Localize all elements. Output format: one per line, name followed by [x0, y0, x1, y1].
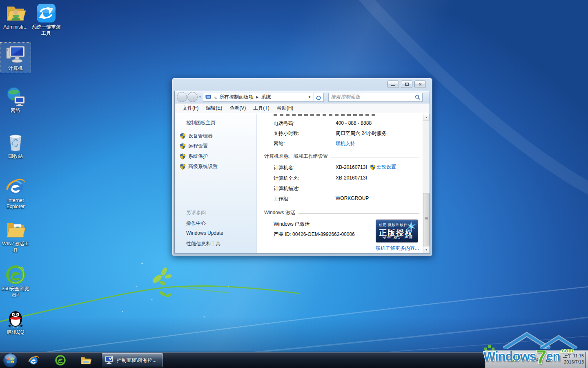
taskbar-clock[interactable]: 上午 11:15 2016/7/13 [563, 353, 584, 365]
uac-shield-icon [180, 153, 185, 159]
learn-more-online-link[interactable]: 联机了解更多内容... [376, 245, 419, 252]
sidebar-system-protection[interactable]: 系统保护 [180, 153, 208, 160]
roof-logo-icon [501, 330, 579, 349]
tray-key-icon[interactable]: ⚿ [525, 357, 528, 362]
genuine-star-icon [405, 221, 417, 232]
back-button[interactable]: ← [177, 92, 187, 102]
sidebar-windows-update[interactable]: Windows Update [186, 230, 223, 236]
system-control-panel-window: ✕ ← → ▼ « 所有控制面板项 ▶ 系统 [172, 78, 432, 256]
sidebar-performance-tools[interactable]: 性能信息和工具 [186, 240, 220, 247]
start-button[interactable] [1, 352, 20, 368]
pixel-decoration [488, 345, 491, 348]
swap-arrows-app-icon [36, 2, 57, 24]
refresh-button[interactable] [314, 93, 324, 102]
computer-name-section-header: 计算机名称、域和工作组设置 [264, 153, 419, 160]
full-name-label: 计算机全名: [274, 175, 299, 182]
full-name-value: XB-20160713I [336, 175, 367, 181]
desktop-icon-internet-explorer[interactable]: Internet Explorer [0, 176, 31, 210]
sidebar-device-manager[interactable]: 设备管理器 [180, 132, 213, 139]
desktop-icon-label: WIN7激活工具 [0, 241, 31, 253]
desktop-icon-reinstall-tool[interactable]: 系统一键重装工具 [31, 2, 61, 36]
address-bar[interactable]: « 所有控制面板项 ▶ 系统 ▼ [203, 93, 314, 102]
360-browser-icon [54, 354, 67, 366]
taskbar-control-panel-task[interactable]: 控制面板\所有控... [101, 353, 163, 368]
scroll-down-button[interactable]: ▼ [423, 246, 430, 253]
menu-view[interactable]: 查看(V) [227, 103, 249, 113]
clock-date: 2016/7/13 [563, 359, 584, 365]
pixel-decoration [484, 348, 487, 350]
crumb-overflow-icon[interactable]: « [214, 95, 217, 100]
sidebar-task-label: 设备管理器 [188, 132, 213, 139]
desktop-icon-win7-activator[interactable]: WIN7激活工具 [0, 219, 31, 253]
computer-icon [5, 44, 26, 65]
desktop-icon-label: Internet Explorer [0, 197, 31, 210]
vertical-scrollbar[interactable]: ▲ ▼ [423, 114, 430, 253]
sidebar-advanced-system-settings[interactable]: 高级系统设置 [180, 163, 218, 170]
sidebar-action-center[interactable]: 操作中心 [186, 220, 206, 227]
desktop-icon-recycle-bin[interactable]: 回收站 [0, 132, 31, 159]
taskbar-windows-explorer[interactable] [77, 352, 95, 368]
scrollbar-thumb[interactable] [423, 193, 430, 246]
sidebar-control-panel-home[interactable]: 控制面板主页 [186, 119, 216, 126]
description-label: 计算机描述: [274, 185, 299, 192]
desktop-icon-administrator[interactable]: Administr... [0, 2, 31, 30]
menu-file[interactable]: 文件(F) [180, 103, 201, 113]
desktop-icon-network[interactable]: 网络 [0, 86, 31, 114]
internet-explorer-icon [27, 354, 40, 366]
sidebar: 控制面板主页 设备管理器 [175, 114, 257, 253]
maximize-button[interactable] [401, 81, 412, 88]
taskbar: 控制面板\所有控... ▲ ✓ ⚿ ◍ ▟ 上午 11:15 2016/7/13 [0, 352, 588, 368]
show-desktop-button[interactable] [585, 352, 588, 368]
pixel-decoration [492, 348, 494, 350]
change-settings-link[interactable]: 更改设置 [370, 164, 396, 171]
system-page-icon [205, 95, 211, 100]
website-label: 网站: [274, 140, 285, 147]
online-support-link[interactable]: 联机支持 [336, 140, 355, 147]
phone-label: 电话号码: [274, 120, 294, 127]
support-hours-value: 周日至周六 24小时服务 [336, 130, 387, 137]
breadcrumb-system[interactable]: 系统 [260, 93, 272, 101]
windows-activation-section-header: Windows 激活 [264, 209, 419, 216]
desktop-icon-360-browser[interactable]: 360安全浏览器7 [0, 264, 31, 298]
recycle-bin-icon [5, 132, 26, 153]
recent-pages-dropdown-icon[interactable]: ▼ [198, 95, 202, 99]
clock-time: 上午 11:15 [563, 353, 584, 359]
activator-folder-icon [5, 219, 26, 240]
tray-update-icon[interactable]: ◍ [535, 357, 539, 362]
menu-help[interactable]: 帮助(H) [274, 103, 296, 113]
crumb-arrow-icon[interactable]: ▶ [256, 95, 258, 99]
sidebar-remote-settings[interactable]: 远程设置 [180, 143, 208, 150]
navigation-toolbar: ← → ▼ « 所有控制面板项 ▶ 系统 ▼ [175, 91, 430, 103]
desktop-icon-tencent-qq[interactable]: 腾讯QQ [0, 307, 31, 335]
show-hidden-icons-icon[interactable]: ▲ [489, 357, 492, 361]
action-center-check-icon[interactable]: ✓ [511, 356, 517, 361]
system-task-icon [105, 356, 114, 365]
scroll-up-button[interactable]: ▲ [423, 114, 430, 121]
computer-name-value: XB-20160713I [336, 164, 367, 170]
forward-button[interactable]: → [187, 92, 198, 102]
system-tray: ▲ ✓ ⚿ ◍ ▟ 上午 11:15 2016/7/13 [485, 350, 588, 368]
search-placeholder: 搜索控制面板 [331, 94, 415, 101]
phone-value: 400 - 888 - 8888 [336, 120, 372, 126]
computer-name-label: 计算机名: [274, 164, 294, 171]
window-caption-buttons: ✕ [388, 81, 426, 88]
menu-edit[interactable]: 编辑(E) [203, 103, 225, 113]
explorer-folder-icon [80, 354, 92, 366]
minimize-button[interactable] [388, 81, 399, 88]
taskbar-internet-explorer[interactable] [24, 352, 42, 368]
uac-shield-icon [370, 164, 375, 170]
clipped-text-row [274, 114, 376, 116]
search-icon[interactable] [415, 94, 420, 100]
address-dropdown-icon[interactable]: ▼ [308, 95, 311, 99]
network-status-icon[interactable]: ▟ [546, 357, 549, 362]
taskbar-360-browser[interactable] [51, 352, 69, 368]
breadcrumb-all-items[interactable]: 所有控制面板项 [218, 93, 254, 101]
menu-tools[interactable]: 工具(T) [250, 103, 272, 113]
desktop-icon-label: 系统一键重装工具 [31, 24, 61, 36]
internet-explorer-icon [5, 176, 26, 197]
desktop-wallpaper: Administr... 系统一键重装工具 计算机 [0, 0, 588, 368]
search-input[interactable]: 搜索控制面板 [328, 93, 423, 102]
windows-start-orb-icon [2, 352, 18, 368]
desktop-icon-computer[interactable]: 计算机 [0, 43, 31, 73]
close-button[interactable]: ✕ [414, 81, 426, 88]
